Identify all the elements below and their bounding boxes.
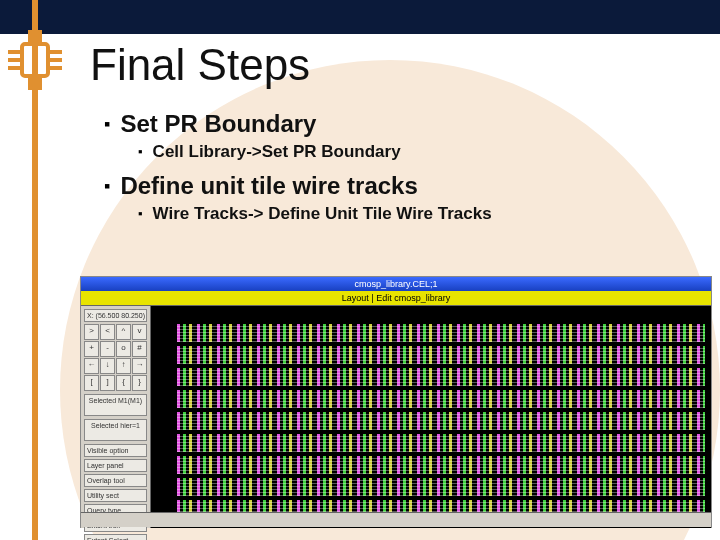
standard-cell-row	[177, 324, 705, 342]
tool-button[interactable]: ↑	[116, 358, 131, 374]
tool-button[interactable]: ^	[116, 324, 131, 340]
tool-button[interactable]: ↓	[100, 358, 115, 374]
standard-cell-row	[177, 346, 705, 364]
subbullet-wire-tracks: Wire Tracks-> Define Unit Tile Wire Trac…	[138, 204, 710, 224]
tool-button[interactable]: {	[116, 375, 131, 391]
standard-cell-row	[177, 478, 705, 496]
tool-button[interactable]: ←	[84, 358, 99, 374]
window-menubar: Layout | Edit cmosp_library	[81, 291, 711, 306]
tool-button[interactable]: }	[132, 375, 147, 391]
option-row[interactable]: Layer panel	[84, 459, 147, 472]
window-titlebar: cmosp_library.CEL;1	[81, 277, 711, 291]
selection-panel-a: Selected M1(M1)	[84, 394, 147, 416]
selection-panel-b: Selected hier=1	[84, 419, 147, 441]
standard-cell-row	[177, 412, 705, 430]
header-strip	[0, 0, 720, 34]
svg-rect-0	[22, 44, 48, 76]
standard-cell-row	[177, 390, 705, 408]
subbullet-cell-library: Cell Library->Set PR Boundary	[138, 142, 710, 162]
status-bar	[81, 512, 711, 527]
slide-title: Final Steps	[90, 40, 710, 90]
bullet-set-pr-boundary: Set PR Boundary Cell Library->Set PR Bou…	[104, 110, 710, 162]
option-row[interactable]: Utility sect	[84, 489, 147, 502]
tool-button[interactable]: -	[100, 341, 115, 357]
option-row[interactable]: Visible option	[84, 444, 147, 457]
standard-cell-row	[177, 456, 705, 474]
layout-canvas[interactable]	[151, 306, 711, 528]
standard-cell-row	[177, 434, 705, 452]
tool-button[interactable]: o	[116, 341, 131, 357]
option-row[interactable]: Extent Select	[84, 534, 147, 540]
layout-editor-screenshot: cmosp_library.CEL;1 Layout | Edit cmosp_…	[80, 276, 712, 528]
standard-cell-row	[177, 368, 705, 386]
tool-button[interactable]: <	[100, 324, 115, 340]
tool-button[interactable]: ]	[100, 375, 115, 391]
option-row[interactable]: Overlap tool	[84, 474, 147, 487]
coord-readout: X: (56.500 80.250) Select = 0	[84, 309, 147, 322]
chip-ornament-icon	[8, 30, 62, 90]
tool-palette: X: (56.500 80.250) Select = 0 ><^v+-o#←↓…	[81, 306, 151, 528]
tool-button-grid: ><^v+-o#←↓↑→[]{}	[84, 324, 147, 391]
tool-button[interactable]: #	[132, 341, 147, 357]
tool-button[interactable]: +	[84, 341, 99, 357]
tool-button[interactable]: [	[84, 375, 99, 391]
bullet-define-wire-tracks: Define unit tile wire tracks Wire Tracks…	[104, 172, 710, 224]
tool-button[interactable]: >	[84, 324, 99, 340]
tool-button[interactable]: v	[132, 324, 147, 340]
tool-button[interactable]: →	[132, 358, 147, 374]
